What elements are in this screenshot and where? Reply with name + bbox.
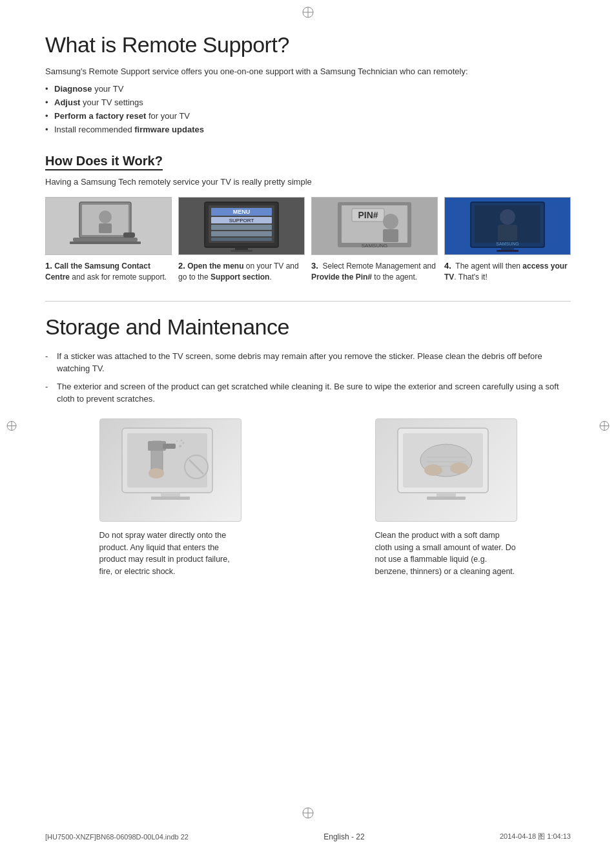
step-4-num: 4. — [444, 260, 451, 272]
svg-point-26 — [383, 214, 398, 229]
step-1-bold: Call the Samsung Contact Centre — [45, 262, 150, 282]
svg-point-44 — [180, 439, 182, 441]
step-2-support-bold: Support section — [210, 272, 269, 282]
storage-bullet-2: The exterior and screen of the product c… — [45, 380, 571, 406]
svg-rect-9 — [123, 232, 135, 238]
storage-images-row: Do not spray water directly onto the pro… — [45, 418, 571, 578]
svg-rect-41 — [163, 444, 176, 449]
svg-point-50 — [149, 468, 164, 478]
svg-rect-20 — [235, 247, 248, 250]
cloth-wrap: Clean the product with a soft damp cloth… — [321, 418, 571, 578]
svg-rect-27 — [383, 229, 398, 242]
step-4-text: 4. The agent will then access your TV. T… — [444, 260, 571, 283]
svg-rect-18 — [211, 231, 272, 236]
footer-page-label: English - 22 — [323, 832, 364, 841]
step-1-image — [45, 197, 172, 255]
reg-mark-bottom-center — [301, 806, 315, 822]
step-2-text: 2. Open the menu on your TV and go to th… — [178, 260, 305, 283]
svg-text:SUPPORT: SUPPORT — [229, 218, 254, 223]
footer-center: English - 22 — [323, 832, 364, 841]
svg-rect-60 — [427, 497, 466, 500]
bullet-bold-4: firmware updates — [134, 125, 204, 134]
list-item: Perform a factory reset for your TV — [45, 111, 571, 121]
features-list: Diagnose your TV Adjust your TV settings… — [45, 84, 571, 134]
page: What is Remote Support? Samsung's Remote… — [0, 0, 616, 853]
svg-rect-17 — [211, 225, 272, 230]
footer-left: [HU7500-XNZF]BN68-06098D-00L04.indb 22 — [45, 833, 189, 841]
cloth-image — [375, 418, 517, 522]
svg-rect-21 — [231, 250, 252, 252]
footer-right: 2014-04-18 图 1:04:13 — [500, 832, 571, 841]
svg-rect-19 — [211, 238, 272, 241]
svg-rect-7 — [73, 238, 138, 242]
footer-date-info: 2014-04-18 图 1:04:13 — [500, 832, 571, 840]
step-3-num: 3. — [311, 260, 318, 272]
svg-rect-8 — [70, 242, 141, 244]
reg-mark-right — [598, 419, 611, 434]
storage-title: Storage and Maintenance — [45, 314, 571, 340]
svg-text:SAMSUNG: SAMSUNG — [496, 242, 518, 246]
svg-text:PIN#: PIN# — [358, 210, 378, 220]
step-4-bold: access your TV — [444, 262, 568, 282]
step-1-num: 1. — [45, 260, 52, 272]
step-3-text: 3. Select Remote Management and Provide … — [311, 260, 438, 283]
bullet-bold-1: Diagnose — [54, 84, 92, 94]
reg-mark-top-center — [301, 5, 315, 21]
svg-text:MENU: MENU — [233, 209, 251, 215]
svg-text:SAMSUNG: SAMSUNG — [362, 243, 387, 249]
footer-file-info: [HU7500-XNZF]BN68-06098D-00L04.indb 22 — [45, 833, 189, 841]
step-3: PIN# SAMSUNG 3. Select Remote Management… — [311, 197, 438, 283]
spray-bottle-image — [99, 418, 241, 522]
intro-text: Samsung's Remote Support service offers … — [45, 67, 571, 76]
step-1-text: 1. Call the Samsung Contact Centre and a… — [45, 260, 172, 283]
page-title: What is Remote Support? — [45, 32, 571, 57]
step-2-open-bold: Open the menu — [187, 262, 243, 271]
how-desc: Having a Samsung Tech remotely service y… — [45, 177, 571, 187]
svg-point-58 — [450, 462, 468, 474]
svg-point-5 — [99, 211, 112, 223]
svg-point-42 — [179, 445, 181, 447]
step-2: MENU SUPPORT 2. Open the menu on your TV… — [178, 197, 305, 283]
svg-point-43 — [182, 442, 184, 444]
list-item: Diagnose your TV — [45, 84, 571, 94]
list-item: Adjust your TV settings — [45, 98, 571, 107]
bullet-bold-2: Adjust — [54, 98, 80, 107]
section-divider — [45, 301, 571, 302]
steps-row: 1. Call the Samsung Contact Centre and a… — [45, 197, 571, 283]
svg-rect-48 — [161, 493, 180, 497]
svg-rect-36 — [497, 250, 518, 252]
step-1: 1. Call the Samsung Contact Centre and a… — [45, 197, 172, 283]
step-2-num: 2. — [178, 260, 185, 272]
step-4-image: SAMSUNG — [444, 197, 571, 255]
svg-rect-38 — [127, 433, 207, 488]
step-2-image: MENU SUPPORT — [178, 197, 305, 255]
svg-rect-35 — [501, 247, 514, 250]
svg-rect-6 — [99, 223, 112, 233]
svg-point-57 — [424, 464, 442, 476]
reg-mark-left — [5, 419, 18, 434]
svg-point-32 — [500, 209, 515, 225]
step-3-bold: Provide the Pin# — [311, 272, 372, 282]
storage-bullets: If a sticker was attached to the TV scre… — [45, 350, 571, 406]
spray-caption: Do not spray water directly onto the pro… — [99, 529, 241, 578]
svg-point-45 — [176, 440, 178, 442]
step-3-image: PIN# SAMSUNG — [311, 197, 438, 255]
svg-rect-59 — [436, 493, 456, 497]
storage-bullet-1: If a sticker was attached to the TV scre… — [45, 350, 571, 375]
bullet-bold-3: Perform a factory reset — [54, 111, 146, 121]
svg-rect-49 — [151, 497, 190, 500]
step-4: SAMSUNG 4. The agent will then access yo… — [444, 197, 571, 283]
cloth-caption: Clean the product with a soft damp cloth… — [375, 529, 517, 578]
how-section-title: How Does it Work? — [45, 154, 163, 170]
svg-rect-33 — [498, 225, 517, 241]
list-item: Install recommended firmware updates — [45, 125, 571, 134]
footer: [HU7500-XNZF]BN68-06098D-00L04.indb 22 E… — [0, 832, 616, 841]
spray-bottle-wrap: Do not spray water directly onto the pro… — [45, 418, 295, 578]
